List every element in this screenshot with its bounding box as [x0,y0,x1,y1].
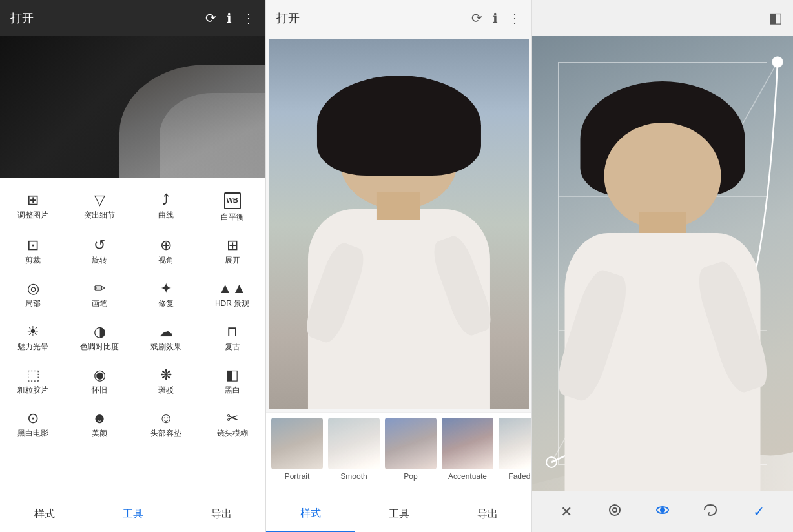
panel1-header-icons: ⟳ ℹ ⋮ [205,10,255,26]
tool-展开[interactable]: ⊞展开 [199,230,265,274]
tool-label-修复: 修复 [158,298,174,309]
style-name-pop: Pop [404,472,417,481]
panel1-btn-tools[interactable]: 工具 [88,497,177,531]
eye-button[interactable] [650,499,675,525]
svg-point-2 [772,57,783,67]
tool-魅力光晕[interactable]: ☀魅力光晕 [0,317,67,360]
confirm-button[interactable]: ✓ [746,499,772,525]
panel1-header: 打开 ⟳ ℹ ⋮ [0,0,265,36]
tool-icon-HDR 景观: ▲▲ [218,281,247,296]
tool-复古[interactable]: ⊓复古 [199,317,265,360]
panel2-header: 打开 ⟳ ℹ ⋮ [266,0,531,36]
style-faded[interactable]: Faded Gl [499,418,531,481]
tool-label-复古: 复古 [225,342,240,353]
tool-头部容垫[interactable]: ☺头部容垫 [133,404,200,447]
tool-视角[interactable]: ⊕视角 [133,230,200,274]
panel2-btn-tools[interactable]: 工具 [355,497,443,531]
tool-label-突出细节: 突出细节 [84,210,115,221]
info-icon-2[interactable]: ℹ [493,10,498,26]
tool-画笔[interactable]: ✏画笔 [67,274,133,317]
tool-剪裁[interactable]: ⊡剪裁 [0,230,67,274]
tool-icon-曲线: ⤴ [162,193,169,207]
tool-突出细节[interactable]: ▽突出细节 [67,183,133,230]
sync-icon-2[interactable]: ⟳ [471,10,482,26]
tool-调整图片[interactable]: ⊞调整图片 [0,183,67,230]
panel2-btn-style[interactable]: 样式 [266,496,355,532]
tool-label-HDR 景观: HDR 景观 [215,298,249,309]
svg-point-5 [613,508,617,512]
tool-旋转[interactable]: ↺旋转 [67,230,133,274]
panel3-header: ◧ [532,0,793,36]
tool-label-粗粒胶片: 粗粒胶片 [17,385,48,396]
tool-icon-白平衡: WB [224,191,241,209]
tool-怀旧[interactable]: ◉怀旧 [67,360,133,404]
info-icon[interactable]: ℹ [227,10,232,26]
style-strip: Portrait Smooth Pop Accentuate Faded Gl [266,412,531,496]
tool-icon-展开: ⊞ [227,238,238,252]
style-name-smooth: Smooth [340,472,367,481]
tool-icon-视角: ⊕ [160,238,172,252]
panel2-photo [269,39,529,409]
tool-黑白[interactable]: ◧黑白 [199,360,265,404]
style-portrait[interactable]: Portrait [271,418,323,481]
style-smooth[interactable]: Smooth [328,418,380,481]
tool-icon-镜头模糊: ✂ [227,411,238,425]
cancel-button[interactable]: ✕ [553,499,579,525]
tool-icon-黑白电影: ⊙ [27,411,39,425]
more-icon[interactable]: ⋮ [242,10,255,26]
more-icon-2[interactable]: ⋮ [508,10,521,26]
tool-局部[interactable]: ◎局部 [0,274,67,317]
tool-icon-复古: ⊓ [227,325,238,339]
tool-label-戏剧效果: 戏剧效果 [150,342,181,353]
sync-icon[interactable]: ⟳ [205,10,216,26]
tool-戏剧效果[interactable]: ☁戏剧效果 [133,317,200,360]
tool-icon-怀旧: ◉ [94,368,106,382]
tool-美颜[interactable]: ☻美颜 [67,404,133,447]
tool-白平衡[interactable]: WB白平衡 [199,183,265,230]
tool-label-旋转: 旋转 [92,255,107,266]
palette-button[interactable] [697,499,723,525]
tool-label-视角: 视角 [158,255,174,266]
tool-icon-戏剧效果: ☁ [159,325,173,339]
tool-曲线[interactable]: ⤴曲线 [133,183,200,230]
tool-镜头模糊[interactable]: ✂镜头模糊 [199,404,265,447]
style-pop[interactable]: Pop [385,418,437,481]
tool-label-调整图片: 调整图片 [17,210,48,221]
palette-icon [703,502,718,522]
style-name-faded: Faded Gl [508,472,531,481]
tool-粗粒胶片[interactable]: ⬚粗粒胶片 [0,360,67,404]
panel1-bottom-bar: 样式 工具 导出 [0,496,265,532]
tool-label-展开: 展开 [225,255,240,266]
tool-色调对比度[interactable]: ◑色调对比度 [67,317,133,360]
panel2-btn-export[interactable]: 导出 [443,497,531,531]
tool-label-头部容垫: 头部容垫 [150,428,181,439]
tool-HDR 景观[interactable]: ▲▲HDR 景观 [199,274,265,317]
panel-tools: 打开 ⟳ ℹ ⋮ ⊞调整图片▽突出细节⤴曲线WB白平衡⊡剪裁↺旋转⊕视角⊞展开◎… [0,0,266,532]
panel3-bottom-bar: ✕ ✓ [532,491,793,532]
style-name-portrait: Portrait [285,472,310,481]
panel3-photo [532,36,793,491]
tool-icon-调整图片: ⊞ [27,193,39,207]
tool-icon-画笔: ✏ [94,281,105,296]
panel1-btn-style[interactable]: 样式 [0,497,88,531]
tool-icon-头部容垫: ☺ [159,411,173,425]
lens-button[interactable] [602,499,628,525]
tool-icon-色调对比度: ◑ [94,325,106,339]
tool-label-魅力光晕: 魅力光晕 [17,342,48,353]
style-accentuate[interactable]: Accentuate [442,418,493,481]
panel2-title: 打开 [276,10,300,26]
tool-icon-旋转: ↺ [94,238,105,252]
tool-label-剪裁: 剪裁 [25,255,41,266]
tool-修复[interactable]: ✦修复 [133,274,200,317]
tool-黑白电影[interactable]: ⊙黑白电影 [0,404,67,447]
panel-curve: ◧ [532,0,793,532]
tool-label-斑驳: 斑驳 [158,385,174,396]
svg-point-4 [610,505,620,515]
tool-斑驳[interactable]: ❋斑驳 [133,360,200,404]
tool-label-美颜: 美颜 [92,428,107,439]
tool-icon-局部: ◎ [27,281,39,296]
tool-label-色调对比度: 色调对比度 [80,342,119,353]
panel1-btn-export[interactable]: 导出 [177,497,265,531]
compare-icon[interactable]: ◧ [769,10,783,26]
tool-label-黑白: 黑白 [225,385,240,396]
